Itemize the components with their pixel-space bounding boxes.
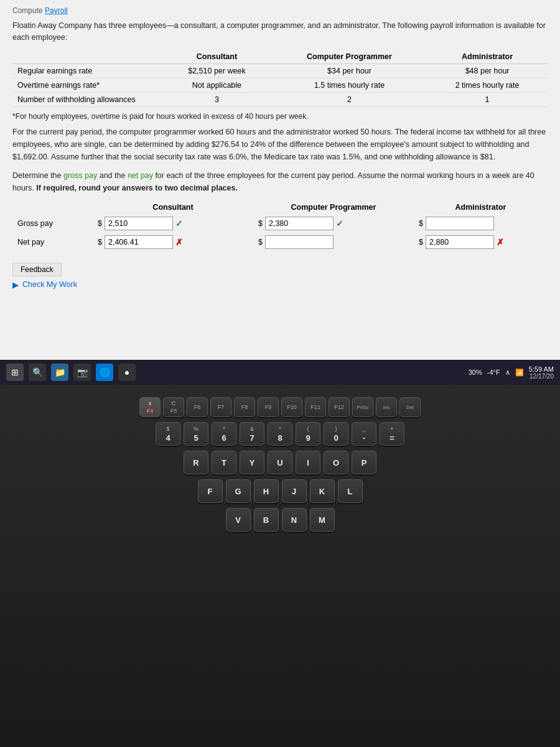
net-pay-programmer-cell: $: [253, 233, 414, 251]
answer-table: Consultant Computer Programmer Administr…: [12, 200, 548, 251]
fn-key-row: x F4 C F5 F6 F7 F8 F9 F10 F11 F12 PrtSc …: [139, 397, 421, 417]
task-text-determine: Determine the: [12, 171, 62, 180]
start-icon[interactable]: ⊞: [6, 364, 24, 381]
key-o[interactable]: O: [324, 451, 348, 474]
clock-time: 5:59 AM: [529, 365, 554, 373]
feedback-button[interactable]: Feedback: [12, 263, 62, 276]
key-n[interactable]: N: [282, 508, 307, 532]
number-key-row: $ 4 % 5 ^ 6 & 7 * 8 ( 9 ) 0 _ -: [156, 422, 404, 446]
col-header-empty: [12, 50, 162, 64]
battery-percent: 30%: [469, 369, 482, 376]
edge-icon[interactable]: 🌐: [96, 364, 113, 381]
qwerty-row-1: R T Y U I O P: [184, 451, 376, 474]
net-pay-programmer-input[interactable]: [265, 235, 334, 249]
footnote-text: *For hourly employees, overtime is paid …: [12, 112, 548, 121]
taskbar-left: ⊞ 🔍 📁 📷 🌐 ●: [6, 364, 136, 381]
dollar-sign-6: $: [419, 238, 423, 247]
task-net-label: net pay: [128, 171, 153, 180]
key-x[interactable]: x F4: [139, 397, 161, 417]
camera-icon[interactable]: 📷: [73, 364, 91, 381]
answer-col-admin: Administrator: [414, 200, 548, 214]
answer-col-empty: [12, 200, 93, 214]
gross-consultant-check-icon: ✓: [175, 218, 183, 228]
key-9[interactable]: ( 9: [296, 422, 320, 446]
time-display: 5:59 AM 12/17/20: [529, 365, 554, 380]
key-f10[interactable]: F10: [281, 397, 302, 417]
key-del[interactable]: Del: [399, 397, 421, 417]
col-header-programmer: Computer Programmer: [272, 50, 427, 64]
key-v[interactable]: V: [226, 508, 251, 532]
dollar-sign-5: $: [258, 238, 263, 247]
key-4[interactable]: $ 4: [156, 422, 180, 446]
net-pay-admin-input[interactable]: [426, 235, 494, 249]
col-header-consultant: Consultant: [162, 50, 272, 64]
key-g[interactable]: G: [226, 479, 251, 503]
taskbar-right: 30% -4°F ∧ 📶 5:59 AM 12/17/20: [469, 365, 554, 380]
dollar-sign-1: $: [98, 219, 102, 228]
gross-pay-admin-cell: $: [414, 214, 548, 233]
task-gross-label: gross pay: [63, 171, 97, 180]
net-pay-consultant-input[interactable]: [105, 235, 173, 249]
cell-consultant-earnings: $2,510 per week: [162, 63, 272, 78]
key-0[interactable]: ) 0: [324, 422, 348, 446]
key-5[interactable]: % 5: [184, 422, 208, 446]
key-h[interactable]: H: [254, 479, 279, 503]
row-label-allowances: Number of withholding allowances: [12, 92, 162, 106]
key-i[interactable]: I: [296, 451, 320, 474]
gross-pay-consultant-cell: $ ✓: [93, 214, 253, 233]
row-label-earnings: Regular earnings rate: [12, 63, 162, 78]
key-f11[interactable]: F11: [305, 397, 326, 417]
key-f[interactable]: F: [198, 479, 223, 503]
key-r[interactable]: R: [184, 451, 208, 474]
key-k[interactable]: K: [310, 479, 335, 503]
gross-pay-consultant-input[interactable]: [105, 217, 173, 230]
gross-pay-programmer-cell: $ ✓: [253, 214, 414, 233]
intro-text: Floatin Away Company has three employees…: [12, 20, 548, 44]
key-m[interactable]: M: [310, 508, 335, 532]
key-f7[interactable]: F7: [210, 397, 231, 417]
cell-consultant-overtime: Not applicable: [162, 78, 272, 92]
key-prtsc[interactable]: PrtSc: [352, 397, 373, 417]
table-row: Number of withholding allowances 3 2 1: [12, 92, 548, 106]
key-6[interactable]: ^ 6: [212, 422, 236, 446]
screen-content: Compute Payroll Floatin Away Company has…: [0, 0, 560, 386]
table-row: Regular earnings rate $2,510 per week $3…: [12, 63, 548, 78]
clock-date: 12/17/20: [529, 373, 554, 380]
chevron-up-icon: ∧: [505, 369, 510, 377]
breadcrumb-link[interactable]: Payroll: [45, 6, 68, 15]
key-l[interactable]: L: [338, 479, 363, 503]
gross-pay-programmer-input[interactable]: [265, 217, 334, 230]
gross-pay-row: Gross pay $ ✓ $ ✓: [12, 214, 548, 233]
body-text-content: For the current pay period, the computer…: [12, 128, 546, 161]
chrome-icon[interactable]: ●: [118, 364, 136, 381]
key-7[interactable]: & 7: [240, 422, 264, 446]
cell-programmer-earnings: $34 per hour: [272, 63, 427, 78]
check-icon-symbol: ▶: [12, 280, 19, 289]
key-equals[interactable]: + =: [380, 422, 404, 446]
key-f12[interactable]: F12: [329, 397, 350, 417]
check-my-work-section[interactable]: ▶ Check My Work: [12, 280, 548, 289]
temperature-display: -4°F: [487, 369, 500, 376]
answer-col-consultant: Consultant: [93, 200, 253, 214]
keyboard-area: x F4 C F5 F6 F7 F8 F9 F10 F11 F12 PrtSc …: [0, 385, 560, 747]
key-8[interactable]: * 8: [268, 422, 292, 446]
key-f9[interactable]: F9: [258, 397, 279, 417]
cell-admin-allowances: 1: [427, 92, 548, 106]
key-b[interactable]: B: [254, 508, 279, 532]
key-p[interactable]: P: [352, 451, 376, 474]
cell-admin-overtime: 2 times hourly rate: [427, 78, 548, 92]
gross-pay-admin-input[interactable]: [426, 217, 494, 230]
key-j[interactable]: J: [282, 479, 307, 503]
key-f8[interactable]: F8: [234, 397, 255, 417]
files-icon[interactable]: 📁: [51, 364, 68, 381]
key-ins[interactable]: Ins: [376, 397, 397, 417]
key-u[interactable]: U: [268, 451, 292, 474]
key-t[interactable]: T: [212, 451, 236, 474]
cell-programmer-allowances: 2: [272, 92, 427, 106]
key-y[interactable]: Y: [240, 451, 264, 474]
key-c-f5[interactable]: C F5: [163, 397, 184, 417]
search-icon[interactable]: 🔍: [29, 364, 46, 381]
breadcrumb-prefix: Compute: [12, 6, 43, 15]
key-f6[interactable]: F6: [187, 397, 208, 417]
key-minus[interactable]: _ -: [352, 422, 376, 446]
